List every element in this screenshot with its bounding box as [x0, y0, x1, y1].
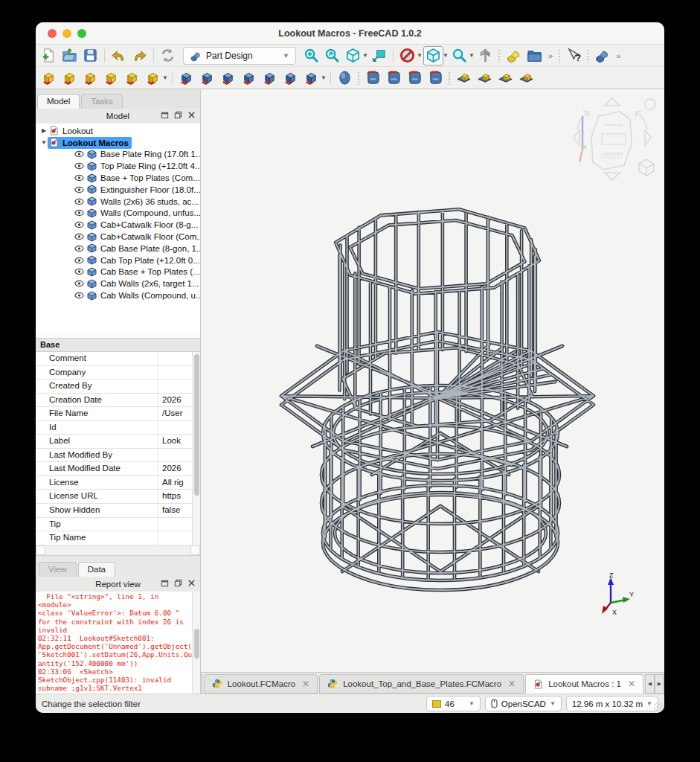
navigation-cube[interactable]: RIGHT — [566, 95, 658, 183]
additive-primitive-button-dropdown[interactable]: ▼ — [162, 74, 168, 81]
visibility-eye-icon[interactable] — [74, 221, 84, 228]
zoom-button-dropdown[interactable]: ▼ — [469, 52, 475, 59]
tab-data[interactable]: Data — [78, 562, 115, 577]
clipping-stop-button[interactable] — [397, 46, 417, 65]
partial-tab[interactable] — [201, 674, 202, 694]
pad-button[interactable] — [39, 68, 59, 88]
property-row[interactable]: Show Hidden false — [36, 504, 192, 518]
3d-viewport[interactable]: RIGHT Z Y X — [201, 89, 664, 694]
ellipsoid-button[interactable] — [335, 68, 355, 88]
toolbar-overflow-button[interactable]: » — [545, 51, 556, 60]
toolbar-overflow-button[interactable]: » — [613, 51, 623, 60]
resize-grip[interactable] — [654, 702, 663, 711]
dock-float-icon[interactable] — [161, 579, 169, 587]
zoom-button[interactable] — [449, 46, 469, 65]
visibility-eye-icon[interactable] — [74, 245, 84, 252]
chamfer-button[interactable] — [384, 68, 404, 88]
property-value[interactable]: All rig — [158, 476, 192, 490]
groove-button[interactable] — [218, 68, 238, 88]
tree-item-lookout[interactable]: ▶ Lookout — [36, 125, 200, 137]
property-row[interactable]: Comment — [36, 352, 192, 366]
property-row[interactable]: Last Modified By — [36, 449, 192, 463]
open-document-button[interactable] — [60, 46, 80, 65]
helix-button[interactable] — [122, 68, 142, 88]
minimize-window-button[interactable] — [62, 29, 71, 38]
thickness-button[interactable] — [426, 68, 446, 88]
tab-view[interactable]: View — [39, 562, 77, 577]
align-view-button[interactable] — [369, 46, 389, 65]
close-tab-icon[interactable]: ✕ — [302, 679, 309, 689]
revolution-button[interactable] — [60, 68, 80, 88]
subtractive-primitive-button[interactable] — [301, 68, 321, 88]
report-view[interactable]: File "<string>", line 1, in<module><clas… — [36, 592, 200, 694]
dock-overlay-icon[interactable] — [174, 579, 182, 587]
dock-overlay-icon[interactable] — [174, 111, 182, 119]
visibility-eye-icon[interactable] — [74, 150, 84, 158]
property-row[interactable]: Created By — [36, 380, 192, 394]
property-value[interactable]: Look — [158, 435, 192, 448]
property-row[interactable]: License All rig — [36, 476, 192, 490]
mirrored-button[interactable] — [454, 68, 474, 88]
property-row[interactable]: Creation Date 2026 — [36, 394, 192, 408]
draft-button[interactable] — [405, 68, 425, 88]
polar-pattern-button[interactable] — [495, 68, 516, 88]
color-selector[interactable]: 46 ▼ — [426, 696, 481, 711]
hole-button[interactable] — [197, 68, 217, 88]
create-body-button[interactable] — [592, 46, 612, 65]
new-document-button[interactable] — [39, 46, 59, 65]
dock-float-icon[interactable] — [161, 111, 169, 119]
tab-tasks[interactable]: Tasks — [81, 94, 122, 109]
visibility-eye-icon[interactable] — [74, 257, 84, 264]
tree-item[interactable]: Cab+Catwalk Floor (8-g... — [36, 219, 200, 231]
subtractive-loft-button[interactable] — [239, 68, 259, 88]
property-value[interactable] — [158, 366, 192, 380]
tab-scroll-right-button[interactable]: ▶ — [655, 674, 664, 694]
property-hscrollbar[interactable] — [36, 545, 200, 556]
navigation-style-selector[interactable]: OpenSCAD ▼ — [485, 696, 562, 711]
undo-button[interactable] — [109, 46, 129, 65]
tree-item-lookout-macros[interactable]: ▼ Lookout Macros — [36, 137, 200, 149]
fit-selection-button[interactable] — [322, 46, 342, 65]
tree-item[interactable]: Walls (2x6) 36 studs, ac... — [36, 196, 200, 208]
property-row[interactable]: License URL https — [36, 490, 192, 504]
property-row[interactable]: Last Modified Date 2026 — [36, 462, 192, 476]
fillet-button[interactable] — [363, 68, 383, 88]
property-value[interactable]: https — [158, 490, 192, 503]
tree-item[interactable]: Base + Top Plates (Com... — [36, 172, 200, 184]
tree-item[interactable]: Cab Walls (2x6, target 1... — [36, 278, 200, 289]
property-value[interactable]: 2026 — [158, 462, 192, 476]
draw-style-button-dropdown[interactable]: ▼ — [443, 52, 449, 59]
title-bar[interactable]: Lookout Macros - FreeCAD 1.0.2 — [36, 22, 664, 45]
close-panel-icon[interactable] — [187, 111, 196, 119]
toolbar-drag-handle[interactable] — [448, 71, 452, 85]
collapse-arrow-icon[interactable]: ▼ — [40, 139, 48, 146]
close-window-button[interactable] — [48, 29, 57, 38]
document-tab-lookout-fcmacro[interactable]: Lookout.FCMacro✕ — [204, 674, 318, 694]
additive-primitive-button[interactable] — [143, 68, 163, 88]
toolbar-drag-handle[interactable] — [357, 71, 361, 85]
multitransform-button[interactable] — [516, 68, 536, 88]
property-value[interactable] — [158, 518, 192, 531]
tree-item[interactable]: Walls (Compound, unfus... — [36, 208, 200, 220]
property-value[interactable]: false — [158, 504, 192, 517]
document-tab-lookout-top-and-base-plates-fcmacro[interactable]: Lookout_Top_and_Base_Plates.FCMacro✕ — [319, 674, 524, 694]
tree-item[interactable]: Cab Base + Top Plates (... — [36, 266, 200, 278]
close-panel-icon[interactable] — [187, 579, 196, 587]
document-tab-lookout-macros-1[interactable]: Lookout Macros : 1✕ — [525, 674, 643, 694]
property-value[interactable]: 2026 — [158, 394, 192, 407]
visibility-eye-icon[interactable] — [74, 186, 84, 193]
linear-pattern-button[interactable] — [475, 68, 495, 88]
tree-item[interactable]: Cab+Catwalk Floor (Com... — [36, 231, 200, 243]
property-row[interactable]: File Name /User — [36, 407, 192, 421]
toolbar-drag-handle[interactable] — [586, 49, 590, 63]
expand-arrow-icon[interactable]: ▶ — [40, 127, 48, 134]
isometric-view-button-dropdown[interactable]: ▼ — [362, 52, 368, 59]
tree-item[interactable]: Top Plate Ring (+12.0ft 4... — [36, 160, 200, 172]
visibility-eye-icon[interactable] — [74, 209, 84, 217]
property-scrollbar[interactable] — [192, 352, 200, 545]
toolbar-drag-handle[interactable] — [498, 49, 501, 63]
tree-item[interactable]: Cab Base Plate (8-gon, 1... — [36, 243, 200, 254]
property-value[interactable] — [158, 421, 192, 435]
zoom-window-button[interactable] — [77, 29, 86, 38]
tree-item[interactable]: Cab Top Plate (+12.0ft 0... — [36, 254, 200, 266]
